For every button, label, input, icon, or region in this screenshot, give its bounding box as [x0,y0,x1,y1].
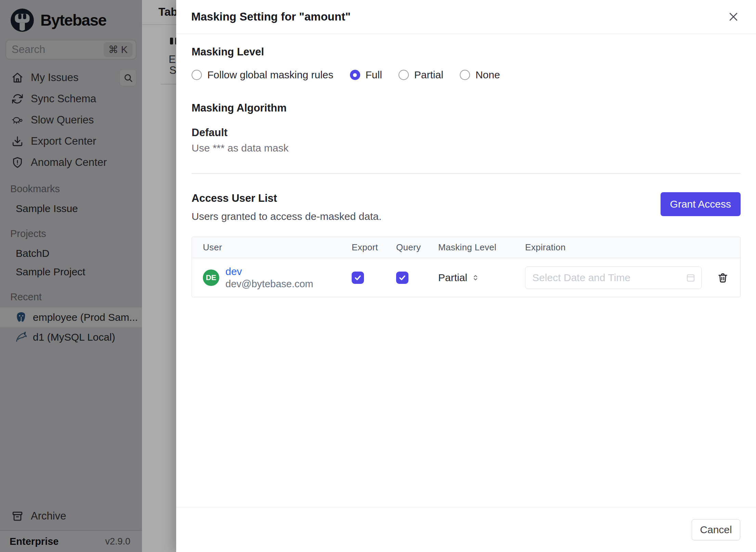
drawer-footer: Cancel [176,507,756,552]
table-header-row: User Export Query Masking Level Expirati… [192,237,740,258]
export-cell [352,272,396,284]
radio-icon [460,70,470,80]
query-cell [396,272,438,284]
radio-label: None [475,69,500,81]
section-divider [192,173,741,174]
radio-partial[interactable]: Partial [399,69,443,81]
bytebase-app: Bytebase Search ⌘ K My Issues [0,0,756,552]
algorithm-name: Default [192,127,741,139]
expiration-cell: Select Date and Time [525,266,710,289]
radio-full[interactable]: Full [350,69,382,81]
table-row: DE dev dev@bytebase.com [192,258,740,297]
query-checkbox[interactable] [396,272,408,284]
radio-icon-checked [350,70,360,80]
expiration-date-input[interactable]: Select Date and Time [525,266,702,289]
user-link[interactable]: dev [225,265,313,278]
masking-setting-drawer: Masking Setting for "amount" Masking Lev… [176,0,756,552]
access-user-table: User Export Query Masking Level Expirati… [192,237,741,297]
masking-level-select[interactable]: Partial [438,272,525,284]
masking-level-radio-group: Follow global masking rules Full Partial… [192,69,741,81]
sidebar-dim-overlay [0,0,142,552]
masking-level-cell: Partial [438,272,525,284]
chevron-up-down-icon [471,274,480,282]
radio-icon [192,70,202,80]
drawer-header: Masking Setting for "amount" [176,0,756,34]
calendar-icon [686,273,696,283]
user-email: dev@bytebase.com [225,278,313,290]
check-icon [398,274,406,282]
column-header-user: User [192,242,352,253]
masking-algorithm-heading: Masking Algorithm [192,102,741,114]
grant-access-button[interactable]: Grant Access [661,192,741,216]
export-checkbox[interactable] [352,272,364,284]
radio-none[interactable]: None [460,69,500,81]
radio-label: Full [366,69,382,81]
column-header-query: Query [396,242,438,253]
access-user-list-subtitle: Users granted to access de-masked data. [192,211,381,222]
close-icon [728,11,739,23]
close-button[interactable] [726,9,741,24]
trash-icon [717,272,729,284]
column-header-expiration: Expiration [525,242,710,253]
column-header-export: Export [352,242,396,253]
radio-label: Follow global masking rules [207,69,334,81]
column-header-masking-level: Masking Level [438,242,525,253]
delete-access-button[interactable] [715,270,730,285]
drawer-title: Masking Setting for "amount" [191,10,351,23]
access-user-list-header: Access User List Users granted to access… [192,192,741,222]
user-cell: DE dev dev@bytebase.com [192,265,352,290]
radio-follow-global-rules[interactable]: Follow global masking rules [192,69,334,81]
radio-label: Partial [414,69,443,81]
algorithm-description: Use *** as data mask [192,142,741,154]
check-icon [354,274,362,282]
masking-level-value: Partial [438,272,467,284]
access-user-list-heading: Access User List [192,192,381,205]
masking-level-heading: Masking Level [192,46,741,58]
drawer-body: Masking Level Follow global masking rule… [176,34,756,297]
cancel-button[interactable]: Cancel [692,519,740,540]
avatar: DE [203,270,219,286]
date-placeholder: Select Date and Time [532,272,630,284]
actions-cell [710,270,740,285]
radio-icon [399,70,409,80]
